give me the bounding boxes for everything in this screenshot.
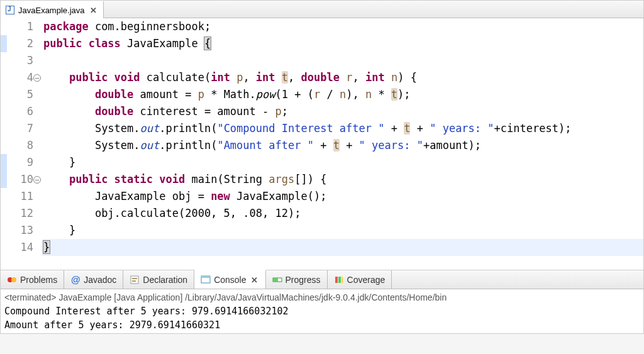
tab-label: Coverage [347,275,386,285]
close-icon[interactable]: ✕ [89,6,98,15]
javadoc-icon: @ [70,275,80,285]
tab-declaration[interactable]: Declaration [123,270,194,289]
code-line[interactable]: public void calculate(int p, int t, doub… [42,69,643,86]
svg-rect-3 [132,278,137,279]
svg-point-1 [11,277,16,282]
declaration-icon [130,275,140,285]
code-line[interactable]: public static void main(String args[]) { [42,171,643,188]
problems-icon [7,275,17,285]
java-file-icon [6,6,14,14]
coverage-icon [334,275,344,285]
code-line[interactable]: package com.beginnersbook; [42,18,643,35]
tab-coverage[interactable]: Coverage [328,270,392,289]
view-tab-bar: Problems @ Javadoc Declaration Console ✕… [1,270,643,289]
progress-icon [272,275,282,285]
code-line[interactable]: public class JavaExample { [42,35,643,52]
line-number-gutter: 1234–5678910–11121314 [7,18,42,270]
code-line[interactable]: JavaExample obj = new JavaExample(); [42,188,643,205]
svg-rect-9 [335,277,338,283]
bottom-panel: Problems @ Javadoc Declaration Console ✕… [0,270,644,334]
tab-progress[interactable]: Progress [266,270,328,289]
code-line[interactable]: System.out.println("Compound Interest af… [42,120,643,137]
editor-tab-javaexample[interactable]: JavaExample.java ✕ [1,1,104,18]
fold-toggle-icon[interactable]: – [33,176,41,184]
svg-rect-2 [131,276,138,284]
svg-rect-11 [341,277,343,283]
editor-pane: JavaExample.java ✕ 1234–5678910–11121314… [0,0,644,270]
tab-label: Problems [20,275,57,285]
svg-rect-10 [338,277,341,283]
code-line[interactable]: } [42,239,643,256]
tab-label: Javadoc [84,275,116,285]
code-line[interactable]: } [42,154,643,171]
code-line[interactable]: } [42,222,643,239]
console-content: <terminated> JavaExample [Java Applicati… [1,289,643,333]
close-icon[interactable]: ✕ [250,275,259,285]
editor-tab-label: JavaExample.java [18,6,85,15]
code-line[interactable]: System.out.println("Amount after " + t +… [42,137,643,154]
console-status-line: <terminated> JavaExample [Java Applicati… [4,290,640,304]
svg-rect-8 [273,278,278,282]
tab-label: Progress [286,275,321,285]
svg-rect-6 [201,276,210,278]
tab-label: Declaration [143,275,187,285]
marker-margin [1,18,7,270]
code-line[interactable]: double cinterest = amount - p; [42,103,643,120]
tab-problems[interactable]: Problems [1,270,64,289]
svg-rect-4 [132,280,136,282]
console-icon [201,275,211,285]
console-output-line: Compound Interest after 5 years: 979.691… [4,304,640,318]
tab-label: Console [214,275,246,285]
console-output-line: Amount after 5 years: 2979.69141660321 [4,318,640,332]
code-line[interactable]: double amount = p * Math.pow(1 + (r / n)… [42,86,643,103]
tab-console[interactable]: Console ✕ [194,270,265,289]
fold-toggle-icon[interactable]: – [33,74,41,82]
code-content[interactable]: package com.beginnersbook;public class J… [42,18,643,270]
editor-tab-bar: JavaExample.java ✕ [1,1,643,18]
tab-javadoc[interactable]: @ Javadoc [64,270,123,289]
code-body[interactable]: 1234–5678910–11121314 package com.beginn… [1,18,643,270]
code-line[interactable]: obj.calculate(2000, 5, .08, 12); [42,205,643,222]
code-line[interactable] [42,52,643,69]
